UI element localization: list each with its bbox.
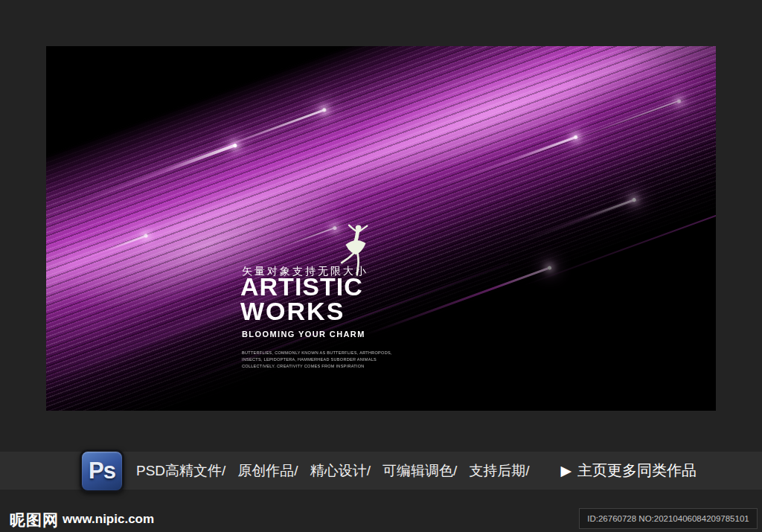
poster-title-line1: ARTISTIC bbox=[240, 274, 363, 299]
more-works-label: 主页更多同类作品 bbox=[577, 461, 697, 481]
photoshop-icon: Ps bbox=[80, 449, 124, 493]
poster-subtitle: BLOOMING YOUR CHARM bbox=[242, 330, 365, 339]
feature-item: PSD高精文件/ bbox=[136, 461, 225, 481]
feature-item: 原创作品/ bbox=[237, 461, 298, 481]
site-url-text: www.nipic.com bbox=[63, 512, 154, 527]
watermark-bar: 昵图网 www.nipic.com ID:26760728 NO:2021040… bbox=[0, 504, 762, 532]
feature-bar: Ps PSD高精文件/ 原创作品/ 精心设计/ 可编辑调色/ 支持后期/ ▶ 主… bbox=[0, 452, 762, 490]
description-line: INSECTS, LEPIDOPTERA, HAMMERHEAD SUBORDE… bbox=[242, 356, 392, 363]
nipic-logo: 昵图网 bbox=[10, 510, 59, 531]
more-works-link[interactable]: ▶ 主页更多同类作品 bbox=[560, 461, 697, 481]
feature-list: PSD高精文件/ 原创作品/ 精心设计/ 可编辑调色/ 支持后期/ ▶ 主页更多… bbox=[136, 452, 697, 490]
poster-title-line2: WORKS bbox=[240, 298, 345, 324]
feature-item: 支持后期/ bbox=[469, 461, 529, 481]
image-id-badge: ID:26760728 NO:20210406084209785101 bbox=[579, 508, 758, 529]
feature-item: 可编辑调色/ bbox=[382, 461, 457, 481]
poster-description: BUTTERFLIES, COMMONLY KNOWN AS BUTTERFLI… bbox=[242, 350, 392, 370]
feature-item: 精心设计/ bbox=[310, 461, 371, 481]
photoshop-icon-label: Ps bbox=[89, 458, 115, 484]
play-triangle-icon: ▶ bbox=[560, 464, 572, 478]
poster-preview: 矢量对象支持无限大小 ARTISTIC WORKS BLOOMING YOUR … bbox=[46, 46, 716, 411]
poster-text-block: 矢量对象支持无限大小 ARTISTIC WORKS BLOOMING YOUR … bbox=[46, 46, 716, 411]
description-line: COLLECTIVELY. CREATIVITY COMES FROM INSP… bbox=[242, 363, 392, 370]
page-canvas: 矢量对象支持无限大小 ARTISTIC WORKS BLOOMING YOUR … bbox=[0, 0, 762, 532]
description-line: BUTTERFLIES, COMMONLY KNOWN AS BUTTERFLI… bbox=[242, 350, 392, 356]
